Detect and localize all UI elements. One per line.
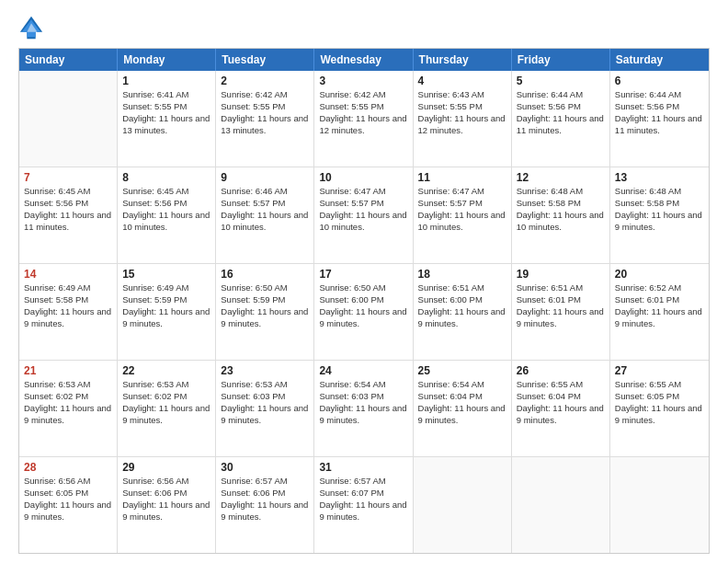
sunset-text: Sunset: 5:58 PM (615, 198, 704, 210)
day-number: 4 (418, 74, 506, 88)
sunrise-text: Sunrise: 6:44 AM (517, 89, 605, 101)
sunset-text: Sunset: 6:02 PM (122, 391, 210, 403)
sunrise-text: Sunrise: 6:49 AM (24, 282, 112, 294)
sunset-text: Sunset: 5:55 PM (319, 101, 407, 113)
calendar-cell: 13Sunrise: 6:48 AMSunset: 5:58 PMDayligh… (610, 167, 709, 263)
sunset-text: Sunset: 6:00 PM (418, 294, 506, 306)
daylight-text: Daylight: 11 hours and 9 minutes. (319, 403, 407, 427)
day-number: 18 (418, 267, 506, 282)
daylight-text: Daylight: 11 hours and 10 minutes. (221, 210, 309, 234)
daylight-text: Daylight: 11 hours and 9 minutes. (221, 403, 309, 427)
sunset-text: Sunset: 5:58 PM (24, 294, 112, 306)
day-number: 9 (221, 170, 309, 185)
sunset-text: Sunset: 6:01 PM (615, 294, 704, 306)
day-number: 12 (517, 170, 605, 185)
daylight-text: Daylight: 11 hours and 10 minutes. (319, 210, 407, 234)
calendar-cell: 17Sunrise: 6:50 AMSunset: 6:00 PMDayligh… (314, 264, 413, 360)
day-number: 30 (221, 460, 309, 475)
page: SundayMondayTuesdayWednesdayThursdayFrid… (0, 0, 728, 563)
sunrise-text: Sunrise: 6:50 AM (319, 282, 407, 294)
sunset-text: Sunset: 5:59 PM (221, 294, 309, 306)
daylight-text: Daylight: 11 hours and 9 minutes. (418, 306, 506, 330)
daylight-text: Daylight: 11 hours and 9 minutes. (615, 306, 704, 330)
sunrise-text: Sunrise: 6:47 AM (319, 186, 407, 198)
sunrise-text: Sunrise: 6:57 AM (221, 476, 309, 488)
daylight-text: Daylight: 11 hours and 13 minutes. (221, 113, 309, 137)
weekday-header-monday: Monday (118, 49, 216, 71)
sunrise-text: Sunrise: 6:51 AM (418, 282, 506, 294)
sunset-text: Sunset: 6:05 PM (615, 391, 704, 403)
sunset-text: Sunset: 6:04 PM (418, 391, 506, 403)
daylight-text: Daylight: 11 hours and 9 minutes. (221, 306, 309, 330)
calendar-header: SundayMondayTuesdayWednesdayThursdayFrid… (19, 49, 709, 71)
calendar-cell: 10Sunrise: 6:47 AMSunset: 5:57 PMDayligh… (314, 167, 413, 263)
day-number: 8 (122, 170, 210, 185)
sunset-text: Sunset: 5:56 PM (517, 101, 605, 113)
calendar-row-2: 14Sunrise: 6:49 AMSunset: 5:58 PMDayligh… (19, 264, 709, 361)
calendar-cell: 18Sunrise: 6:51 AMSunset: 6:00 PMDayligh… (414, 264, 512, 360)
sunset-text: Sunset: 5:57 PM (418, 198, 506, 210)
weekday-header-thursday: Thursday (414, 49, 512, 71)
calendar-cell: 11Sunrise: 6:47 AMSunset: 5:57 PMDayligh… (414, 167, 512, 263)
sunset-text: Sunset: 5:57 PM (319, 198, 407, 210)
calendar-cell (512, 457, 610, 553)
sunrise-text: Sunrise: 6:54 AM (319, 379, 407, 391)
sunset-text: Sunset: 5:55 PM (418, 101, 506, 113)
sunrise-text: Sunrise: 6:45 AM (122, 186, 210, 198)
daylight-text: Daylight: 11 hours and 10 minutes. (418, 210, 506, 234)
daylight-text: Daylight: 11 hours and 11 minutes. (517, 113, 605, 137)
daylight-text: Daylight: 11 hours and 9 minutes. (517, 403, 605, 427)
calendar-cell: 23Sunrise: 6:53 AMSunset: 6:03 PMDayligh… (216, 361, 314, 456)
day-number: 19 (517, 267, 605, 282)
daylight-text: Daylight: 11 hours and 10 minutes. (517, 210, 605, 234)
calendar-cell: 9Sunrise: 6:46 AMSunset: 5:57 PMDaylight… (216, 167, 314, 263)
sunset-text: Sunset: 5:56 PM (615, 101, 704, 113)
day-number: 6 (615, 74, 704, 88)
day-number: 7 (24, 170, 112, 185)
sunrise-text: Sunrise: 6:51 AM (517, 282, 605, 294)
daylight-text: Daylight: 11 hours and 9 minutes. (615, 210, 704, 234)
sunrise-text: Sunrise: 6:53 AM (122, 379, 210, 391)
sunset-text: Sunset: 6:06 PM (122, 488, 210, 500)
sunset-text: Sunset: 6:02 PM (24, 391, 112, 403)
sunrise-text: Sunrise: 6:48 AM (517, 186, 605, 198)
weekday-header-sunday: Sunday (19, 49, 118, 71)
sunrise-text: Sunrise: 6:53 AM (24, 379, 112, 391)
sunset-text: Sunset: 6:05 PM (24, 488, 112, 500)
sunrise-text: Sunrise: 6:48 AM (615, 186, 704, 198)
day-number: 20 (615, 267, 704, 282)
sunrise-text: Sunrise: 6:57 AM (319, 476, 407, 488)
calendar-cell: 25Sunrise: 6:54 AMSunset: 6:04 PMDayligh… (414, 361, 512, 456)
sunrise-text: Sunrise: 6:49 AM (122, 282, 210, 294)
calendar-cell: 4Sunrise: 6:43 AMSunset: 5:55 PMDaylight… (414, 71, 512, 167)
day-number: 25 (418, 363, 506, 378)
daylight-text: Daylight: 11 hours and 9 minutes. (615, 403, 704, 427)
daylight-text: Daylight: 11 hours and 9 minutes. (122, 306, 210, 330)
calendar-cell: 21Sunrise: 6:53 AMSunset: 6:02 PMDayligh… (19, 361, 118, 456)
sunrise-text: Sunrise: 6:50 AM (221, 282, 309, 294)
day-number: 15 (122, 267, 210, 282)
daylight-text: Daylight: 11 hours and 9 minutes. (122, 500, 210, 523)
calendar-cell: 15Sunrise: 6:49 AMSunset: 5:59 PMDayligh… (118, 264, 216, 360)
calendar-cell (19, 71, 118, 167)
calendar-row-0: 1Sunrise: 6:41 AMSunset: 5:55 PMDaylight… (19, 71, 709, 167)
day-number: 22 (122, 363, 210, 378)
daylight-text: Daylight: 11 hours and 10 minutes. (122, 210, 210, 234)
weekday-header-friday: Friday (512, 49, 610, 71)
day-number: 10 (319, 170, 407, 185)
logo-icon (18, 15, 44, 40)
day-number: 13 (615, 170, 704, 185)
calendar-cell: 14Sunrise: 6:49 AMSunset: 5:58 PMDayligh… (19, 264, 118, 360)
daylight-text: Daylight: 11 hours and 9 minutes. (24, 306, 112, 330)
day-number: 14 (24, 267, 112, 282)
calendar-cell: 3Sunrise: 6:42 AMSunset: 5:55 PMDaylight… (314, 71, 413, 167)
sunset-text: Sunset: 5:58 PM (517, 198, 605, 210)
calendar: SundayMondayTuesdayWednesdayThursdayFrid… (18, 48, 710, 554)
daylight-text: Daylight: 11 hours and 11 minutes. (615, 113, 704, 137)
calendar-row-4: 28Sunrise: 6:56 AMSunset: 6:05 PMDayligh… (19, 457, 709, 553)
calendar-cell: 6Sunrise: 6:44 AMSunset: 5:56 PMDaylight… (610, 71, 709, 167)
calendar-cell: 27Sunrise: 6:55 AMSunset: 6:05 PMDayligh… (610, 361, 709, 456)
day-number: 27 (615, 363, 704, 378)
sunset-text: Sunset: 5:56 PM (122, 198, 210, 210)
day-number: 1 (122, 74, 210, 88)
